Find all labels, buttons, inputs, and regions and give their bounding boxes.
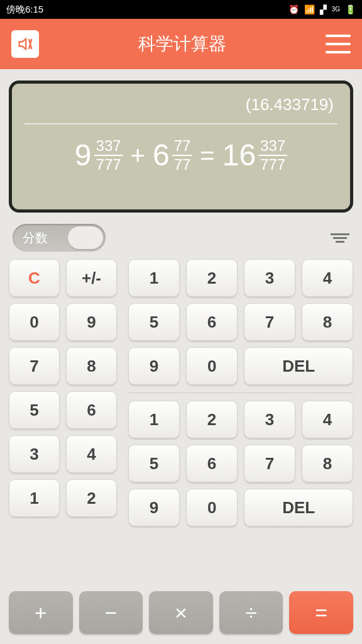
num-key-2b[interactable]: 2	[186, 401, 238, 438]
num-key-3b[interactable]: 3	[244, 401, 295, 438]
app-header: 科学计算器	[0, 19, 362, 69]
key-6[interactable]: 6	[66, 391, 117, 429]
key-9[interactable]: 9	[66, 303, 117, 341]
status-tray: ⏰ 📶 ▞ 3G 🔋	[288, 4, 356, 14]
num-key-2a[interactable]: 2	[186, 259, 238, 297]
alarm-icon: ⏰	[288, 4, 299, 14]
num-key-8a[interactable]: 8	[302, 303, 353, 341]
operator-bar: + − × ÷ =	[0, 586, 362, 644]
mute-icon-button[interactable]	[11, 30, 39, 58]
key-8[interactable]: 8	[66, 347, 117, 385]
term-result: 16 337777	[222, 138, 287, 172]
num-key-0a[interactable]: 0	[186, 347, 238, 385]
hamburger-icon	[326, 35, 351, 37]
battery-icon: 🔋	[345, 4, 356, 14]
mute-icon	[16, 35, 34, 53]
toggle-label: 分数	[13, 230, 48, 247]
fraction-expression: 9 337777 + 6 7777 = 16 337777	[25, 138, 337, 172]
add-button[interactable]: +	[9, 591, 73, 634]
num-key-5b[interactable]: 5	[128, 445, 180, 482]
divide-button[interactable]: ÷	[219, 591, 283, 634]
network-label: 3G	[332, 6, 340, 13]
num-key-1b[interactable]: 1	[128, 401, 180, 438]
num-key-7b[interactable]: 7	[244, 445, 295, 482]
clear-button[interactable]: C	[9, 259, 60, 297]
num-key-9a[interactable]: 9	[128, 347, 180, 385]
num-key-4a[interactable]: 4	[302, 259, 353, 297]
term-2: 6 7777	[153, 138, 192, 172]
expand-button[interactable]	[331, 233, 349, 243]
num-key-5a[interactable]: 5	[128, 303, 180, 341]
right-keypad: 1 2 3 4 5 6 7 8 9 0 DEL 1 2 3 4 5 6 7 8	[128, 259, 353, 586]
key-1[interactable]: 1	[9, 479, 60, 517]
calc-display: (16.433719) 9 337777 + 6 7777 = 16 33777…	[9, 80, 353, 213]
num-key-9b[interactable]: 9	[128, 489, 180, 526]
subtract-button[interactable]: −	[79, 591, 143, 634]
keypad-divider	[128, 392, 353, 393]
app-title: 科学计算器	[138, 32, 226, 56]
sign-toggle-button[interactable]: +/-	[66, 259, 117, 297]
key-3[interactable]: 3	[9, 435, 60, 473]
term-1: 9 337777	[75, 138, 123, 172]
num-key-6b[interactable]: 6	[186, 445, 238, 482]
fraction-mode-toggle[interactable]: 分数	[13, 224, 106, 252]
equals-button[interactable]: =	[289, 591, 353, 634]
num-key-6a[interactable]: 6	[186, 303, 238, 341]
left-keypad: C +/- 0 9 7 8 5 6 3 4 1 2	[9, 259, 117, 586]
decimal-result: (16.433719)	[25, 95, 337, 114]
key-5[interactable]: 5	[9, 391, 60, 429]
del-button-top[interactable]: DEL	[244, 347, 353, 385]
operator-equals: =	[196, 142, 218, 170]
operator-plus: +	[127, 142, 149, 170]
wifi-icon: 📶	[304, 4, 315, 14]
key-0[interactable]: 0	[9, 303, 60, 341]
menu-button[interactable]	[326, 35, 351, 53]
key-2[interactable]: 2	[66, 479, 117, 517]
key-4[interactable]: 4	[66, 435, 117, 473]
status-time: 傍晚6:15	[6, 4, 43, 16]
num-key-1a[interactable]: 1	[128, 259, 180, 297]
del-button-bottom[interactable]: DEL	[244, 489, 353, 526]
chevron-down-icon	[331, 233, 349, 235]
multiply-button[interactable]: ×	[149, 591, 213, 634]
num-key-3a[interactable]: 3	[244, 259, 295, 297]
key-7[interactable]: 7	[9, 347, 60, 385]
toggle-knob	[68, 226, 103, 249]
num-key-4b[interactable]: 4	[302, 401, 353, 438]
num-key-7a[interactable]: 7	[244, 303, 295, 341]
num-key-8b[interactable]: 8	[302, 445, 353, 482]
num-key-0b[interactable]: 0	[186, 489, 238, 526]
signal-icon: ▞	[320, 4, 327, 14]
status-bar: 傍晚6:15 ⏰ 📶 ▞ 3G 🔋	[0, 0, 362, 19]
